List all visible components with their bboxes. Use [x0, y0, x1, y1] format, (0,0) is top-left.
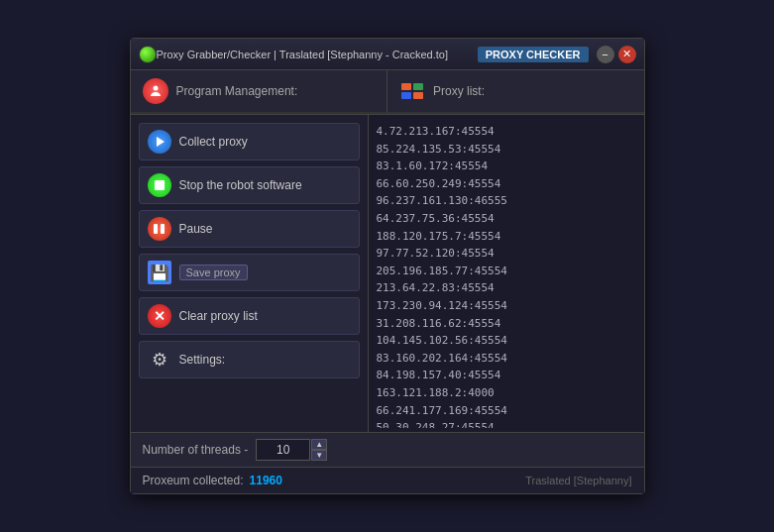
settings-icon: ⚙ [148, 348, 171, 372]
x-icon: ✕ [148, 304, 171, 328]
list-item: 163.121.188.2:4000 [377, 384, 636, 402]
left-section-header: Program Management: [131, 70, 388, 114]
main-area: Collect proxy Stop the robot software Pa… [131, 115, 644, 432]
stop-icon [148, 173, 171, 197]
list-item: 66.60.250.249:45554 [377, 175, 636, 193]
window-controls: − ✕ [597, 46, 636, 63]
threads-spinner: ▲ ▼ [256, 439, 327, 461]
list-item: 64.237.75.36:45554 [377, 210, 636, 228]
list-item: 83.1.60.172:45554 [377, 158, 636, 175]
list-item: 83.160.202.164:45554 [377, 350, 636, 368]
app-icon [139, 46, 157, 63]
proxy-list-area: 4.72.213.167:4555485.224.135.53:4555483.… [369, 115, 644, 432]
proxy-list-label: Proxy list: [433, 84, 485, 98]
program-management-label: Program Management: [176, 84, 298, 98]
list-item: 66.241.177.169:45554 [377, 402, 636, 420]
stop-robot-icon [148, 173, 171, 197]
section-headers: Program Management: Proxy list: [131, 70, 644, 115]
save-proxy-button[interactable]: Save proxy [139, 254, 360, 291]
svg-rect-3 [401, 92, 411, 99]
list-item: 50.30.248.27:45554 [377, 419, 636, 428]
list-item: 213.64.22.83:45554 [377, 279, 636, 297]
collect-proxy-label: Collect proxy [179, 135, 248, 149]
play-icon [148, 130, 171, 154]
settings-label: Settings: [179, 353, 226, 367]
stop-robot-button[interactable]: Stop the robot software [139, 166, 360, 204]
threads-label: Number of threads - [143, 443, 249, 457]
clear-proxy-label: Clear proxy list [179, 309, 258, 323]
settings-button[interactable]: ⚙ Settings: [139, 341, 360, 378]
right-section-header: Proxy list: [387, 70, 644, 114]
threads-input[interactable] [256, 439, 310, 461]
svg-point-0 [153, 86, 158, 91]
list-item: 188.120.175.7:45554 [377, 228, 636, 246]
collect-proxy-icon [148, 130, 171, 154]
list-item: 173.230.94.124:45554 [377, 297, 636, 315]
collect-proxy-button[interactable]: Collect proxy [139, 123, 360, 160]
save-proxy-icon [148, 261, 171, 284]
spinner-down-button[interactable]: ▼ [311, 450, 327, 461]
list-item: 4.72.213.167:45554 [377, 123, 636, 141]
list-item: 205.196.185.77:45554 [377, 263, 636, 280]
pause-button[interactable]: Pause [139, 210, 360, 248]
program-management-icon [143, 78, 168, 104]
main-window: Proxy Grabber/Checker | Traslated [Steph… [130, 38, 645, 494]
proxy-list-content[interactable]: 4.72.213.167:4555485.224.135.53:4555483.… [373, 119, 640, 428]
list-item: 31.208.116.62:45554 [377, 315, 636, 333]
left-panel: Collect proxy Stop the robot software Pa… [131, 115, 369, 432]
list-item: 96.237.161.130:46555 [377, 192, 636, 210]
title-bar: Proxy Grabber/Checker | Traslated [Steph… [131, 39, 644, 70]
list-item: 84.198.157.40:45554 [377, 367, 636, 384]
floppy-disk-icon [148, 261, 171, 284]
footer-credit: Traslated [Stephanny] [525, 475, 631, 486]
pause-label: Pause [179, 222, 213, 236]
svg-rect-4 [413, 92, 423, 99]
list-item: 97.77.52.120:45554 [377, 245, 636, 263]
svg-rect-2 [413, 83, 423, 90]
gear-icon: ⚙ [148, 348, 171, 372]
proxeum-count: 11960 [250, 474, 282, 487]
footer-bar: Proxeum collected: 11960 Traslated [Step… [131, 467, 644, 493]
list-item: 104.145.102.56:45554 [377, 332, 636, 350]
bottom-bar: Number of threads - ▲ ▼ [131, 432, 644, 467]
pause-icon [148, 217, 171, 241]
right-panel: 4.72.213.167:4555485.224.135.53:4555483.… [369, 115, 644, 432]
close-button[interactable]: ✕ [618, 46, 636, 63]
clear-proxy-button[interactable]: ✕ Clear proxy list [139, 297, 360, 335]
proxeum-label: Proxeum collected: [143, 474, 244, 487]
clear-proxy-icon: ✕ [148, 304, 171, 328]
proxy-checker-badge: PROXY CHECKER [478, 47, 589, 62]
spinner-up-button[interactable]: ▲ [311, 439, 327, 450]
stop-robot-label: Stop the robot software [179, 178, 302, 192]
proxy-list-icon [399, 78, 425, 104]
pause-icon-shape [148, 217, 171, 241]
window-content: Program Management: Proxy list: [131, 70, 644, 493]
list-item: 85.224.135.53:45554 [377, 141, 636, 159]
window-title: Proxy Grabber/Checker | Traslated [Steph… [157, 49, 478, 60]
svg-rect-1 [401, 83, 411, 90]
minimize-button[interactable]: − [597, 46, 614, 63]
spinner-buttons: ▲ ▼ [311, 439, 327, 461]
save-proxy-label: Save proxy [179, 265, 248, 280]
